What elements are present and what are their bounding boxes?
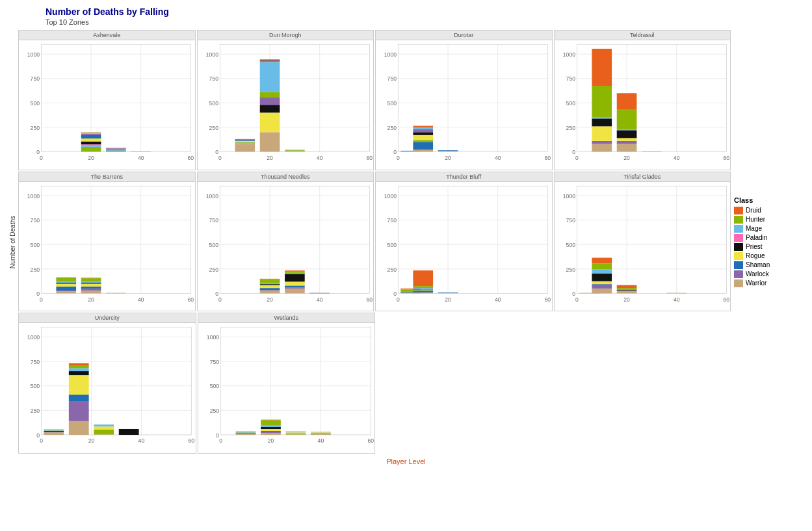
- bar-segment: [592, 49, 612, 86]
- legend-item: Rogue: [734, 252, 802, 260]
- facet-title: Ashenvale: [19, 31, 195, 40]
- svg-text:1000: 1000: [206, 334, 218, 341]
- svg-text:1000: 1000: [205, 51, 218, 58]
- bar-segment: [592, 289, 612, 294]
- svg-text:750: 750: [566, 75, 575, 82]
- bar-segment: [44, 431, 64, 432]
- bar-segment: [261, 429, 281, 431]
- bar-segment: [592, 273, 612, 281]
- svg-text:0: 0: [40, 155, 43, 161]
- svg-text:60: 60: [366, 155, 373, 161]
- facet-thunder-bluff: Thunder Bluff025050075010000204060: [375, 172, 553, 312]
- bar-segment: [94, 435, 114, 435]
- bar-segment: [44, 432, 64, 433]
- legend-title: Class: [734, 196, 802, 204]
- chart-subtitle: Top 10 Zones: [46, 18, 805, 26]
- facet-svg: 025050075010000204060: [555, 40, 731, 170]
- facet-ashenvale: Ashenvale025050075010000204060: [18, 30, 196, 170]
- bar-segment: [285, 285, 305, 287]
- bar-segment: [592, 269, 612, 273]
- facet-row-2: Undercity025050075010000204060Wetlands02…: [18, 313, 731, 453]
- bar-segment: [261, 431, 281, 432]
- bar-segment: [259, 291, 280, 294]
- svg-text:500: 500: [31, 100, 40, 107]
- bar-segment: [69, 376, 89, 395]
- bar-segment: [56, 281, 76, 283]
- svg-text:40: 40: [138, 438, 145, 445]
- empty-facet-slot: [555, 313, 731, 453]
- svg-text:0: 0: [397, 155, 400, 161]
- facet-svg: 025050075010000204060: [376, 40, 552, 170]
- bar-segment: [94, 425, 114, 427]
- bar-segment: [259, 279, 280, 279]
- svg-text:500: 500: [209, 383, 219, 390]
- bar-segment: [413, 142, 433, 149]
- bar-segment: [592, 257, 612, 263]
- facet-title: Dun Morogh: [198, 31, 374, 40]
- bar-segment: [438, 151, 458, 152]
- bar-segment: [235, 139, 255, 140]
- svg-text:0: 0: [218, 296, 222, 302]
- svg-text:40: 40: [316, 296, 322, 302]
- bar-segment: [81, 287, 101, 289]
- bar-segment: [592, 117, 612, 118]
- facet-teldrassil: Teldrassil025050075010000204060: [554, 30, 731, 170]
- facet-svg: 025050075010000204060: [376, 182, 552, 311]
- bar-segment: [413, 149, 433, 151]
- svg-text:750: 750: [387, 75, 397, 82]
- svg-text:750: 750: [31, 217, 40, 224]
- bar-segment: [616, 93, 636, 110]
- svg-text:20: 20: [88, 155, 94, 161]
- svg-text:20: 20: [267, 438, 274, 445]
- bar-segment: [81, 283, 101, 284]
- bar-segment: [285, 273, 305, 274]
- svg-text:250: 250: [31, 408, 40, 414]
- bar-segment: [81, 134, 101, 135]
- svg-text:20: 20: [88, 296, 94, 302]
- facet-svg: 025050075010000204060: [19, 182, 195, 311]
- bar-segment: [69, 421, 89, 435]
- svg-text:20: 20: [88, 438, 95, 445]
- facet-title: Teldrassil: [555, 31, 731, 40]
- bar-segment: [261, 421, 281, 426]
- bar-segment: [235, 432, 255, 432]
- bar-segment: [413, 289, 433, 289]
- bar-segment: [259, 283, 280, 284]
- bar-segment: [592, 285, 612, 289]
- svg-text:250: 250: [566, 266, 575, 272]
- bar-segment: [69, 402, 89, 421]
- svg-text:250: 250: [566, 125, 575, 131]
- facet-row-1: The Barrens025050075010000204060Thousand…: [18, 172, 731, 312]
- bar-segment: [285, 435, 306, 435]
- svg-text:60: 60: [545, 155, 551, 161]
- svg-rect-171: [220, 328, 371, 435]
- svg-text:750: 750: [209, 359, 219, 365]
- svg-text:40: 40: [138, 296, 144, 302]
- svg-text:40: 40: [317, 438, 324, 445]
- bar-segment: [106, 150, 126, 151]
- svg-text:750: 750: [31, 359, 40, 365]
- svg-text:60: 60: [188, 296, 194, 302]
- svg-text:60: 60: [188, 155, 194, 161]
- svg-text:60: 60: [545, 296, 551, 302]
- empty-facet-slot: [376, 313, 553, 453]
- bar-segment: [616, 138, 636, 141]
- bar-segment: [259, 290, 280, 291]
- facet-svg: 025050075010000204060: [19, 40, 195, 170]
- svg-text:250: 250: [31, 266, 40, 272]
- svg-text:250: 250: [31, 125, 40, 131]
- bar-segment: [438, 292, 458, 293]
- bar-segment: [56, 283, 76, 284]
- svg-text:0: 0: [575, 155, 579, 161]
- svg-text:500: 500: [387, 100, 397, 107]
- bar-segment: [311, 432, 331, 433]
- bar-segment: [131, 151, 151, 152]
- svg-text:60: 60: [723, 155, 729, 161]
- bar-segment: [69, 363, 89, 365]
- facet-title: Durotar: [376, 31, 552, 40]
- facet-title: Thunder Bluff: [376, 172, 552, 182]
- bar-segment: [259, 62, 280, 92]
- bar-segment: [285, 270, 305, 271]
- facet-svg: 025050075010000204060: [198, 182, 374, 311]
- svg-text:40: 40: [495, 155, 501, 161]
